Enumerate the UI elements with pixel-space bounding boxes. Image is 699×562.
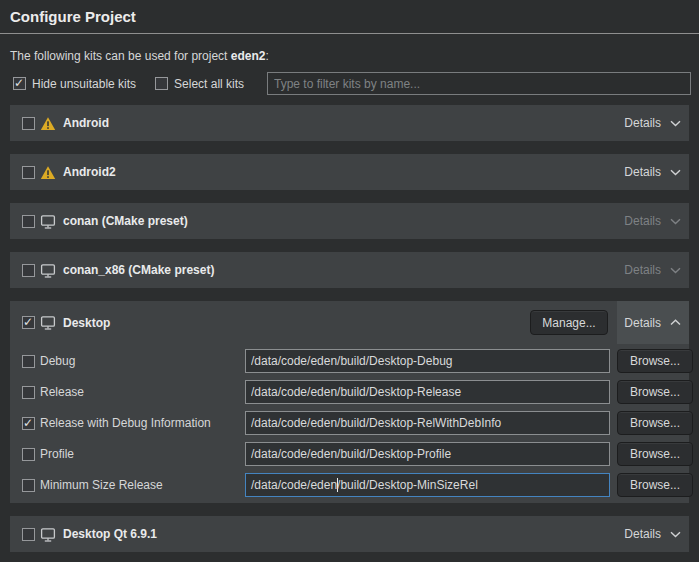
build-dir-input-minsizerel[interactable]: /data/code/eden/build/Desktop-MinSizeRel [245,473,610,497]
hide-unsuitable-kits-label: Hide unsuitable kits [32,77,136,91]
build-dir-input-relwithdebinfo[interactable] [245,411,610,435]
build-config-list: Debug Browse... Release Browse... Releas… [22,349,682,504]
kit-checkbox-desktop-qt[interactable] [22,528,35,541]
kit-checkbox-android[interactable] [22,117,35,130]
config-checkbox-debug[interactable] [22,355,35,368]
build-dir-input-debug[interactable] [245,349,610,373]
kit-row-desktop: Desktop Manage... Details [10,301,689,344]
chevron-down-icon [670,267,681,274]
details-toggle-android2[interactable]: Details [616,154,689,190]
browse-button-profile[interactable]: Browse... [617,442,693,466]
config-checkbox-release[interactable] [22,386,35,399]
kit-panel-desktop: Desktop Manage... Details Debug Browse..… [10,301,689,503]
details-toggle-conan: Details [616,203,689,239]
kit-row-desktop-qt: Desktop Qt 6.9.1 Details [10,516,689,552]
chevron-down-icon [670,218,681,225]
intro-suffix: : [265,49,268,63]
kit-name: Android [63,116,109,130]
details-toggle-desktop[interactable]: Details [617,301,689,344]
select-all-kits-label: Select all kits [174,77,244,91]
details-label: Details [624,527,661,541]
select-all-kits-checkbox-group[interactable]: Select all kits [155,77,244,91]
config-row-release: Release Browse... [22,380,682,404]
kit-checkbox-android2[interactable] [22,166,35,179]
intro-text: The following kits can be used for proje… [10,49,269,63]
project-name: eden2 [231,49,266,63]
chevron-down-icon [670,169,681,176]
config-row-debug: Debug Browse... [22,349,682,373]
config-row-relwithdebinfo: Release with Debug Information Browse... [22,411,682,435]
config-label: Release with Debug Information [40,416,211,430]
kit-name: conan_x86 (CMake preset) [63,263,214,277]
build-dir-input-release[interactable] [245,380,610,404]
select-all-kits-checkbox[interactable] [155,77,168,90]
desktop-monitor-icon [40,315,56,330]
config-checkbox-profile[interactable] [22,448,35,461]
config-checkbox-minsizerel[interactable] [22,479,35,492]
hide-unsuitable-kits-checkbox[interactable] [13,77,26,90]
warning-icon [40,116,56,131]
browse-button-release[interactable]: Browse... [617,380,693,404]
chevron-up-icon [670,319,681,326]
intro-prefix: The following kits can be used for proje… [10,49,231,63]
details-label: Details [624,316,661,330]
details-label: Details [624,165,661,179]
kit-row-android2: Android2 Details [10,154,689,190]
details-toggle-conan-x86: Details [616,252,689,288]
details-label: Details [624,116,661,130]
kit-controls: Hide unsuitable kits Select all kits [13,72,691,95]
page-title: Configure Project [10,8,136,25]
config-row-profile: Profile Browse... [22,442,682,466]
config-row-minsizerel: Minimum Size Release /data/code/eden/bui… [22,473,682,497]
kit-checkbox-desktop[interactable] [22,316,35,329]
kit-row-conan: conan (CMake preset) Details [10,203,689,239]
browse-button-debug[interactable]: Browse... [617,349,693,373]
config-label: Minimum Size Release [40,478,163,492]
kit-checkbox-conan-x86[interactable] [22,264,35,277]
details-toggle-desktop-qt[interactable]: Details [616,516,689,552]
desktop-monitor-icon [40,527,56,542]
chevron-down-icon [670,120,681,127]
warning-icon [40,165,56,180]
kit-row-android: Android Details [10,105,689,141]
config-label: Debug [40,354,75,368]
desktop-monitor-icon [40,263,56,278]
build-dir-input-profile[interactable] [245,442,610,466]
config-label: Profile [40,447,74,461]
details-label: Details [624,263,661,277]
manage-button[interactable]: Manage... [530,310,608,335]
title-separator [0,33,699,34]
kit-filter-input[interactable] [267,72,691,95]
kit-name: Android2 [63,165,116,179]
hide-unsuitable-kits-checkbox-group[interactable]: Hide unsuitable kits [13,77,136,91]
kit-name: Desktop [63,316,110,330]
config-label: Release [40,385,84,399]
chevron-down-icon [670,531,681,538]
kit-list: Android Details Android2 Details conan (… [10,105,689,562]
config-checkbox-relwithdebinfo[interactable] [22,417,35,430]
browse-button-relwithdebinfo[interactable]: Browse... [617,411,693,435]
kit-checkbox-conan[interactable] [22,215,35,228]
kit-name: Desktop Qt 6.9.1 [63,527,157,541]
desktop-monitor-icon [40,214,56,229]
path-text-before-cursor: /data/code/eden [251,478,337,492]
browse-button-minsizerel[interactable]: Browse... [617,473,693,497]
path-text-after-cursor: /build/Desktop-MinSizeRel [337,478,478,492]
details-label: Details [624,214,661,228]
details-toggle-android[interactable]: Details [616,105,689,141]
kit-name: conan (CMake preset) [63,214,188,228]
kit-row-conan-x86: conan_x86 (CMake preset) Details [10,252,689,288]
